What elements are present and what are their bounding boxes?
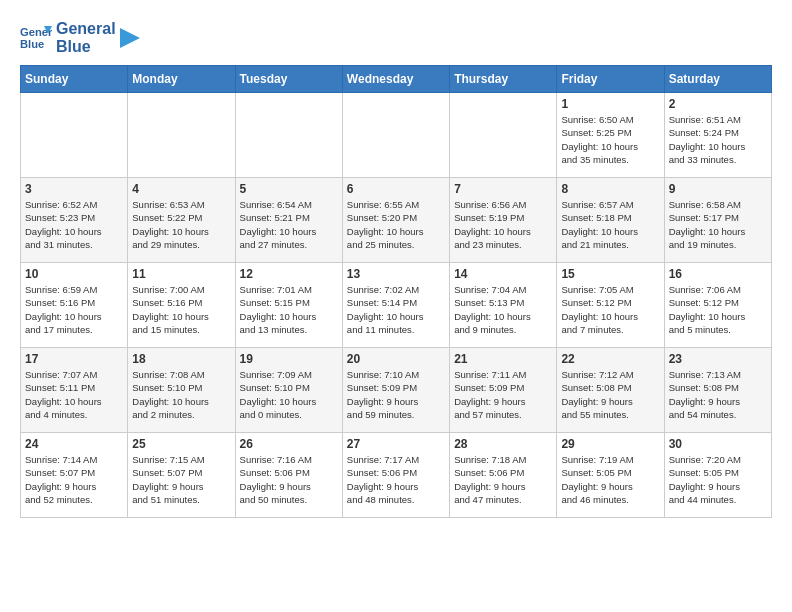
day-number: 11 bbox=[132, 267, 230, 281]
day-number: 14 bbox=[454, 267, 552, 281]
calendar-cell bbox=[128, 93, 235, 178]
page-header: General Blue General Blue bbox=[20, 20, 772, 55]
calendar-cell: 1Sunrise: 6:50 AM Sunset: 5:25 PM Daylig… bbox=[557, 93, 664, 178]
day-info: Sunrise: 7:11 AM Sunset: 5:09 PM Dayligh… bbox=[454, 368, 552, 421]
day-number: 10 bbox=[25, 267, 123, 281]
calendar-cell bbox=[450, 93, 557, 178]
day-info: Sunrise: 7:01 AM Sunset: 5:15 PM Dayligh… bbox=[240, 283, 338, 336]
calendar-cell: 6Sunrise: 6:55 AM Sunset: 5:20 PM Daylig… bbox=[342, 178, 449, 263]
day-info: Sunrise: 7:12 AM Sunset: 5:08 PM Dayligh… bbox=[561, 368, 659, 421]
day-info: Sunrise: 6:54 AM Sunset: 5:21 PM Dayligh… bbox=[240, 198, 338, 251]
calendar-cell: 22Sunrise: 7:12 AM Sunset: 5:08 PM Dayli… bbox=[557, 348, 664, 433]
calendar-cell bbox=[235, 93, 342, 178]
calendar-cell: 5Sunrise: 6:54 AM Sunset: 5:21 PM Daylig… bbox=[235, 178, 342, 263]
day-number: 19 bbox=[240, 352, 338, 366]
calendar-cell bbox=[21, 93, 128, 178]
day-info: Sunrise: 7:17 AM Sunset: 5:06 PM Dayligh… bbox=[347, 453, 445, 506]
day-number: 5 bbox=[240, 182, 338, 196]
day-number: 23 bbox=[669, 352, 767, 366]
day-number: 27 bbox=[347, 437, 445, 451]
header-sunday: Sunday bbox=[21, 66, 128, 93]
day-number: 21 bbox=[454, 352, 552, 366]
day-info: Sunrise: 6:59 AM Sunset: 5:16 PM Dayligh… bbox=[25, 283, 123, 336]
svg-marker-3 bbox=[120, 28, 140, 48]
week-row-3: 10Sunrise: 6:59 AM Sunset: 5:16 PM Dayli… bbox=[21, 263, 772, 348]
week-row-4: 17Sunrise: 7:07 AM Sunset: 5:11 PM Dayli… bbox=[21, 348, 772, 433]
week-row-5: 24Sunrise: 7:14 AM Sunset: 5:07 PM Dayli… bbox=[21, 433, 772, 518]
day-number: 7 bbox=[454, 182, 552, 196]
day-info: Sunrise: 6:58 AM Sunset: 5:17 PM Dayligh… bbox=[669, 198, 767, 251]
header-friday: Friday bbox=[557, 66, 664, 93]
day-info: Sunrise: 7:15 AM Sunset: 5:07 PM Dayligh… bbox=[132, 453, 230, 506]
day-number: 13 bbox=[347, 267, 445, 281]
day-number: 22 bbox=[561, 352, 659, 366]
day-number: 15 bbox=[561, 267, 659, 281]
day-info: Sunrise: 7:06 AM Sunset: 5:12 PM Dayligh… bbox=[669, 283, 767, 336]
calendar-table: SundayMondayTuesdayWednesdayThursdayFrid… bbox=[20, 65, 772, 518]
calendar-cell: 11Sunrise: 7:00 AM Sunset: 5:16 PM Dayli… bbox=[128, 263, 235, 348]
calendar-cell: 16Sunrise: 7:06 AM Sunset: 5:12 PM Dayli… bbox=[664, 263, 771, 348]
day-number: 25 bbox=[132, 437, 230, 451]
day-info: Sunrise: 6:51 AM Sunset: 5:24 PM Dayligh… bbox=[669, 113, 767, 166]
day-info: Sunrise: 6:53 AM Sunset: 5:22 PM Dayligh… bbox=[132, 198, 230, 251]
day-number: 1 bbox=[561, 97, 659, 111]
day-info: Sunrise: 6:56 AM Sunset: 5:19 PM Dayligh… bbox=[454, 198, 552, 251]
calendar-cell: 23Sunrise: 7:13 AM Sunset: 5:08 PM Dayli… bbox=[664, 348, 771, 433]
header-monday: Monday bbox=[128, 66, 235, 93]
header-wednesday: Wednesday bbox=[342, 66, 449, 93]
day-number: 29 bbox=[561, 437, 659, 451]
logo-general: General bbox=[56, 20, 116, 38]
day-number: 30 bbox=[669, 437, 767, 451]
calendar-cell: 7Sunrise: 6:56 AM Sunset: 5:19 PM Daylig… bbox=[450, 178, 557, 263]
logo: General Blue General Blue bbox=[20, 20, 140, 55]
calendar-cell bbox=[342, 93, 449, 178]
day-info: Sunrise: 7:10 AM Sunset: 5:09 PM Dayligh… bbox=[347, 368, 445, 421]
day-number: 3 bbox=[25, 182, 123, 196]
day-number: 4 bbox=[132, 182, 230, 196]
day-info: Sunrise: 7:08 AM Sunset: 5:10 PM Dayligh… bbox=[132, 368, 230, 421]
day-info: Sunrise: 6:50 AM Sunset: 5:25 PM Dayligh… bbox=[561, 113, 659, 166]
day-info: Sunrise: 7:13 AM Sunset: 5:08 PM Dayligh… bbox=[669, 368, 767, 421]
day-number: 9 bbox=[669, 182, 767, 196]
week-row-2: 3Sunrise: 6:52 AM Sunset: 5:23 PM Daylig… bbox=[21, 178, 772, 263]
day-number: 24 bbox=[25, 437, 123, 451]
calendar-cell: 9Sunrise: 6:58 AM Sunset: 5:17 PM Daylig… bbox=[664, 178, 771, 263]
week-row-1: 1Sunrise: 6:50 AM Sunset: 5:25 PM Daylig… bbox=[21, 93, 772, 178]
day-info: Sunrise: 7:07 AM Sunset: 5:11 PM Dayligh… bbox=[25, 368, 123, 421]
day-info: Sunrise: 7:16 AM Sunset: 5:06 PM Dayligh… bbox=[240, 453, 338, 506]
day-info: Sunrise: 7:18 AM Sunset: 5:06 PM Dayligh… bbox=[454, 453, 552, 506]
day-info: Sunrise: 6:52 AM Sunset: 5:23 PM Dayligh… bbox=[25, 198, 123, 251]
calendar-cell: 14Sunrise: 7:04 AM Sunset: 5:13 PM Dayli… bbox=[450, 263, 557, 348]
day-number: 2 bbox=[669, 97, 767, 111]
day-info: Sunrise: 7:04 AM Sunset: 5:13 PM Dayligh… bbox=[454, 283, 552, 336]
logo-icon: General Blue bbox=[20, 22, 52, 54]
day-info: Sunrise: 7:05 AM Sunset: 5:12 PM Dayligh… bbox=[561, 283, 659, 336]
calendar-cell: 26Sunrise: 7:16 AM Sunset: 5:06 PM Dayli… bbox=[235, 433, 342, 518]
header-saturday: Saturday bbox=[664, 66, 771, 93]
calendar-cell: 21Sunrise: 7:11 AM Sunset: 5:09 PM Dayli… bbox=[450, 348, 557, 433]
calendar-cell: 20Sunrise: 7:10 AM Sunset: 5:09 PM Dayli… bbox=[342, 348, 449, 433]
day-number: 6 bbox=[347, 182, 445, 196]
day-number: 20 bbox=[347, 352, 445, 366]
day-info: Sunrise: 7:02 AM Sunset: 5:14 PM Dayligh… bbox=[347, 283, 445, 336]
svg-text:Blue: Blue bbox=[20, 37, 44, 49]
calendar-cell: 12Sunrise: 7:01 AM Sunset: 5:15 PM Dayli… bbox=[235, 263, 342, 348]
logo-blue: Blue bbox=[56, 38, 116, 56]
calendar-cell: 25Sunrise: 7:15 AM Sunset: 5:07 PM Dayli… bbox=[128, 433, 235, 518]
header-tuesday: Tuesday bbox=[235, 66, 342, 93]
day-number: 8 bbox=[561, 182, 659, 196]
calendar-cell: 10Sunrise: 6:59 AM Sunset: 5:16 PM Dayli… bbox=[21, 263, 128, 348]
calendar-cell: 15Sunrise: 7:05 AM Sunset: 5:12 PM Dayli… bbox=[557, 263, 664, 348]
day-info: Sunrise: 6:55 AM Sunset: 5:20 PM Dayligh… bbox=[347, 198, 445, 251]
day-info: Sunrise: 6:57 AM Sunset: 5:18 PM Dayligh… bbox=[561, 198, 659, 251]
calendar-cell: 4Sunrise: 6:53 AM Sunset: 5:22 PM Daylig… bbox=[128, 178, 235, 263]
header-thursday: Thursday bbox=[450, 66, 557, 93]
calendar-cell: 17Sunrise: 7:07 AM Sunset: 5:11 PM Dayli… bbox=[21, 348, 128, 433]
logo-arrow-icon bbox=[120, 28, 140, 48]
calendar-header-row: SundayMondayTuesdayWednesdayThursdayFrid… bbox=[21, 66, 772, 93]
day-info: Sunrise: 7:09 AM Sunset: 5:10 PM Dayligh… bbox=[240, 368, 338, 421]
day-number: 12 bbox=[240, 267, 338, 281]
calendar-cell: 30Sunrise: 7:20 AM Sunset: 5:05 PM Dayli… bbox=[664, 433, 771, 518]
day-info: Sunrise: 7:14 AM Sunset: 5:07 PM Dayligh… bbox=[25, 453, 123, 506]
day-number: 26 bbox=[240, 437, 338, 451]
